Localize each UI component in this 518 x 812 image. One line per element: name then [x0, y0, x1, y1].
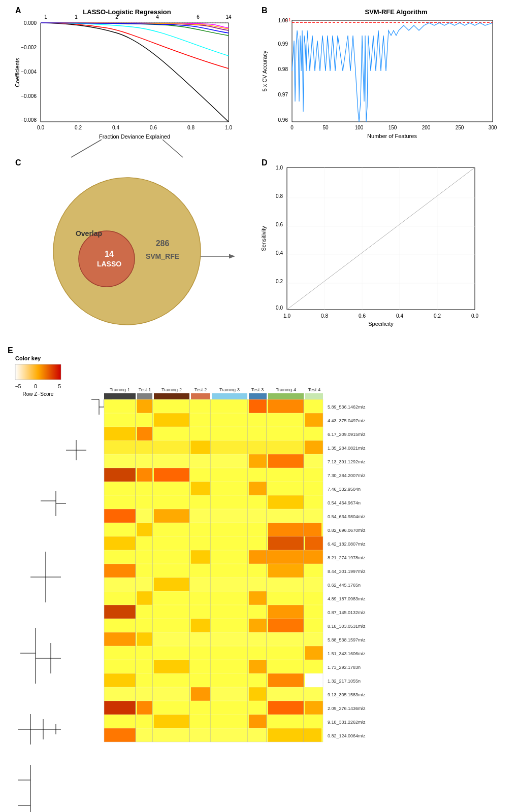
- svg-rect-211: [104, 687, 323, 701]
- svg-text:0.99: 0.99: [278, 41, 288, 47]
- svg-text:0.2: 0.2: [75, 125, 82, 130]
- svg-text:0.6: 0.6: [359, 313, 366, 319]
- svg-text:9.18_331.2262m/z: 9.18_331.2262m/z: [328, 720, 366, 725]
- color-scale-max: 5: [58, 384, 61, 389]
- roc-chart: 1.0 0.8 0.6 0.4 0.2 0.0 Sensitivity 1.0 …: [259, 157, 493, 330]
- overlap-label: Overlap: [76, 229, 102, 238]
- svg-text:Coefficients: Coefficients: [14, 58, 20, 87]
- svg-rect-158: [104, 509, 323, 523]
- svg-text:7.46_332.9504n: 7.46_332.9504n: [328, 487, 361, 492]
- svg-text:1.35_284.0821m/z: 1.35_284.0821m/z: [328, 446, 366, 451]
- panel-b: B SVM-RFE Algorithm 0.96 0.97 0.98 0.99 …: [259, 5, 508, 142]
- svg-rect-202: [104, 660, 323, 673]
- svg-rect-159: [104, 509, 136, 523]
- panel-a: A LASSO-Logistic Regression 0.0 0.2 0.4 …: [10, 5, 244, 142]
- svg-text:6.17_209.0915m/z: 6.17_209.0915m/z: [328, 432, 366, 437]
- svg-text:8.44_301.1997m/z: 8.44_301.1997m/z: [328, 569, 366, 574]
- svg-rect-89: [268, 393, 304, 399]
- svg-text:0.54_464.9674n: 0.54_464.9674n: [328, 500, 361, 505]
- svg-rect-83: [191, 393, 210, 399]
- svg-text:0.6: 0.6: [276, 222, 283, 227]
- svg-text:0.6: 0.6: [150, 125, 157, 130]
- svg-text:0.87_145.0132m/z: 0.87_145.0132m/z: [328, 610, 366, 615]
- svg-rect-130: [104, 413, 323, 427]
- svg-rect-179: [104, 578, 323, 591]
- svg-rect-164: [268, 523, 321, 536]
- svg-text:9.13_305.1583m/z: 9.13_305.1583m/z: [328, 692, 366, 697]
- panel-d: D 1.0 0.8 0.6 0.4 0.2 0.0 Sensitivity 1.…: [259, 157, 493, 330]
- svg-rect-131: [154, 413, 189, 427]
- svg-rect-191: [191, 619, 210, 632]
- svg-text:100: 100: [355, 125, 364, 130]
- svg-text:1.32_217.1055n: 1.32_217.1055n: [328, 679, 361, 684]
- svg-rect-152: [191, 482, 210, 495]
- page: A LASSO-Logistic Regression 0.0 0.2 0.4 …: [0, 0, 518, 812]
- svg-text:0: 0: [290, 125, 294, 130]
- svg-text:Number of Features: Number of Features: [367, 133, 417, 139]
- svg-text:4.43_375.0497m/z: 4.43_375.0497m/z: [328, 418, 366, 423]
- svg-text:Test-2: Test-2: [195, 387, 207, 392]
- panel-b-label: B: [262, 6, 268, 15]
- svg-rect-79: [137, 393, 152, 399]
- svg-text:0.2: 0.2: [276, 279, 283, 284]
- svm-rfe-text: SVM_RFE: [146, 252, 179, 260]
- svg-rect-169: [305, 536, 323, 550]
- panel-e-label: E: [8, 346, 13, 355]
- panel-c: C 14 LASSO Overlap 286 SVM_RFE: [10, 157, 244, 330]
- svg-text:2.09_276.1436m/z: 2.09_276.1436m/z: [328, 706, 366, 711]
- panel-c-label: C: [15, 158, 21, 167]
- svg-text:2: 2: [115, 14, 118, 20]
- svg-text:Training-2: Training-2: [161, 387, 182, 392]
- lasso-text: LASSO: [97, 260, 121, 268]
- svg-text:−0.002: −0.002: [21, 45, 37, 50]
- svg-rect-219: [305, 701, 323, 715]
- svg-text:1.0: 1.0: [225, 125, 232, 130]
- svg-text:6: 6: [197, 14, 200, 20]
- svg-text:0.8: 0.8: [187, 125, 195, 130]
- svg-text:150: 150: [388, 125, 397, 130]
- svg-rect-199: [104, 646, 323, 660]
- svg-text:4: 4: [156, 14, 159, 20]
- svg-text:200: 200: [422, 125, 431, 130]
- svg-text:8.21_274.1978m/z: 8.21_274.1978m/z: [328, 555, 366, 560]
- svg-text:0.82_124.0064m/z: 0.82_124.0064m/z: [328, 733, 366, 738]
- svg-rect-192: [249, 619, 267, 632]
- svg-rect-216: [104, 701, 136, 715]
- svg-text:0.8: 0.8: [321, 313, 328, 319]
- svg-rect-149: [154, 468, 189, 482]
- svg-rect-183: [137, 591, 152, 605]
- svg-rect-217: [137, 701, 152, 715]
- svg-text:0.98: 0.98: [278, 66, 288, 72]
- svg-text:0.54_634.9804m/z: 0.54_634.9804m/z: [328, 514, 366, 519]
- svg-rect-207: [104, 673, 136, 687]
- svg-rect-143: [268, 454, 304, 468]
- svg-text:1: 1: [44, 14, 47, 20]
- svg-rect-203: [154, 660, 189, 673]
- dendrogram: [18, 399, 112, 812]
- svg-rect-151: [104, 482, 323, 495]
- svg-text:0.2: 0.2: [434, 313, 441, 319]
- lasso-chart: LASSO-Logistic Regression 0.0 0.2 0.4 0.…: [10, 5, 244, 142]
- svg-rect-132: [305, 413, 323, 427]
- svg-rect-193: [268, 619, 304, 632]
- svg-text:14: 14: [225, 14, 232, 20]
- color-scale-min: −5: [15, 384, 21, 389]
- svg-text:50: 50: [322, 125, 329, 130]
- svg-rect-212: [191, 687, 210, 701]
- svg-rect-184: [249, 591, 267, 605]
- svg-rect-147: [104, 468, 136, 482]
- svg-rect-134: [104, 427, 323, 441]
- svg-text:0.97: 0.97: [278, 92, 288, 97]
- svg-rect-227: [268, 728, 321, 742]
- svg-text:Fraction Deviance Explained: Fraction Deviance Explained: [99, 133, 170, 140]
- svg-text:−0.006: −0.006: [21, 93, 37, 99]
- svg-text:6.42_182.0807m/z: 6.42_182.0807m/z: [328, 542, 366, 547]
- svg-rect-226: [104, 728, 136, 742]
- svg-text:8.18_303.0531m/z: 8.18_303.0531m/z: [328, 624, 366, 629]
- svg-text:Specificity: Specificity: [368, 321, 394, 327]
- svg-text:250: 250: [456, 125, 464, 130]
- svg-text:Training-4: Training-4: [276, 387, 296, 392]
- svg-rect-153: [249, 482, 267, 495]
- svg-line-24: [71, 140, 102, 157]
- svg-text:5.89_536.1462m/z: 5.89_536.1462m/z: [328, 404, 366, 410]
